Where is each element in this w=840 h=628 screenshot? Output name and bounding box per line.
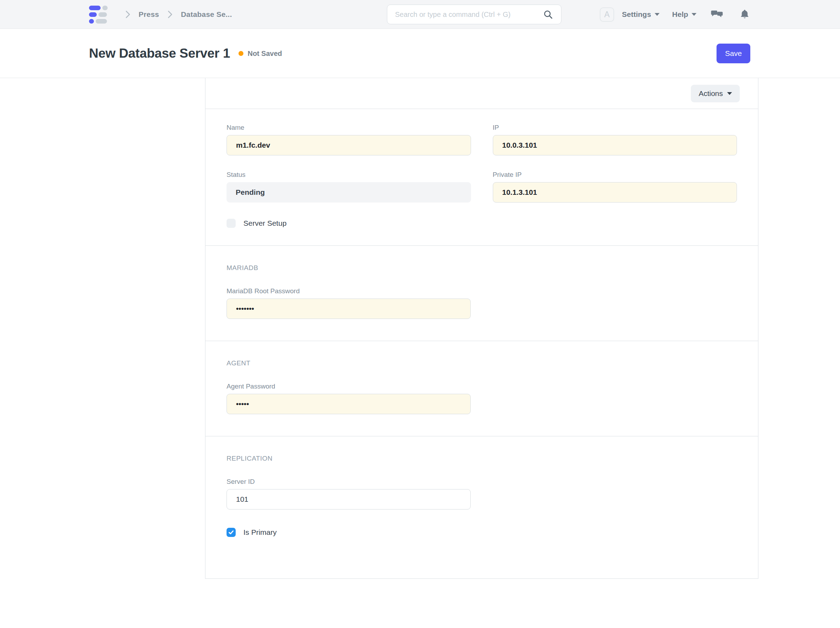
app-window: Press Database Se... A Settings Help [0, 0, 840, 628]
navbar-right: A Settings Help [600, 0, 750, 29]
page-title: New Database Server 1 [89, 46, 230, 61]
agent-password-label: Agent Password [227, 383, 471, 390]
field-private-ip: Private IP [493, 171, 737, 202]
mariadb-root-password-label: MariaDB Root Password [227, 287, 471, 295]
is-primary-checkbox[interactable] [227, 528, 236, 537]
menu-help[interactable]: Help [672, 10, 697, 19]
unsaved-indicator-dot-icon [238, 51, 243, 56]
global-search [387, 5, 561, 24]
ip-label: IP [493, 124, 737, 131]
breadcrumb-chevron-icon [124, 10, 131, 19]
avatar[interactable]: A [600, 7, 614, 22]
section-mariadb: MARIADB MariaDB Root Password [205, 246, 758, 341]
section-agent: AGENT Agent Password [205, 341, 758, 436]
breadcrumb-item-press[interactable]: Press [139, 10, 159, 19]
is-primary-checkbox-row[interactable]: Is Primary [227, 528, 737, 537]
chevron-down-icon [655, 13, 660, 16]
status-value: Pending [227, 182, 471, 202]
page-header: New Database Server 1 Not Saved Save [0, 29, 840, 78]
unsaved-indicator-label: Not Saved [248, 50, 282, 58]
chevron-down-icon [727, 92, 732, 95]
status-label: Status [227, 171, 471, 178]
field-mariadb-root-password: MariaDB Root Password [227, 287, 471, 319]
private-ip-input[interactable] [493, 182, 737, 202]
name-label: Name [227, 124, 471, 131]
agent-password-input[interactable] [227, 394, 471, 414]
form-container: Actions Name IP Status Pending [205, 78, 758, 579]
app-logo-icon[interactable] [89, 6, 107, 24]
section-replication: REPLICATION Server ID Is Primary [205, 436, 758, 559]
bell-icon[interactable] [739, 9, 750, 21]
mariadb-section-title: MARIADB [227, 264, 737, 272]
settings-label: Settings [622, 10, 651, 19]
ip-input[interactable] [493, 135, 737, 155]
name-input[interactable] [227, 135, 471, 155]
replication-section-title: REPLICATION [227, 454, 737, 462]
save-button[interactable]: Save [717, 44, 750, 63]
chat-icon[interactable] [711, 9, 723, 20]
server-setup-checkbox[interactable] [227, 219, 236, 228]
menu-settings[interactable]: Settings [622, 10, 660, 19]
global-search-input[interactable] [395, 11, 543, 19]
form-toolbar: Actions [205, 78, 758, 109]
mariadb-root-password-input[interactable] [227, 298, 471, 319]
server-id-input[interactable] [227, 489, 471, 510]
field-agent-password: Agent Password [227, 383, 471, 414]
private-ip-label: Private IP [493, 171, 737, 178]
server-setup-checkbox-row[interactable]: Server Setup [227, 219, 737, 228]
breadcrumb-item-database-servers[interactable]: Database Se... [181, 10, 232, 19]
help-label: Help [672, 10, 688, 19]
is-primary-label: Is Primary [243, 528, 277, 536]
search-icon[interactable] [543, 9, 553, 20]
agent-section-title: AGENT [227, 359, 737, 367]
navbar: Press Database Se... A Settings Help [0, 0, 840, 29]
actions-label: Actions [699, 89, 723, 98]
field-status: Status Pending [227, 171, 471, 202]
section-details: Name IP Status Pending Private IP [205, 109, 758, 246]
field-name: Name [227, 124, 471, 155]
server-setup-label: Server Setup [243, 219, 287, 227]
field-server-id: Server ID [227, 478, 471, 510]
breadcrumb-chevron-icon [166, 10, 174, 19]
actions-button[interactable]: Actions [691, 85, 740, 102]
field-ip: IP [493, 124, 737, 155]
chevron-down-icon [692, 13, 696, 16]
breadcrumb: Press Database Se... [89, 0, 232, 29]
server-id-label: Server ID [227, 478, 471, 486]
